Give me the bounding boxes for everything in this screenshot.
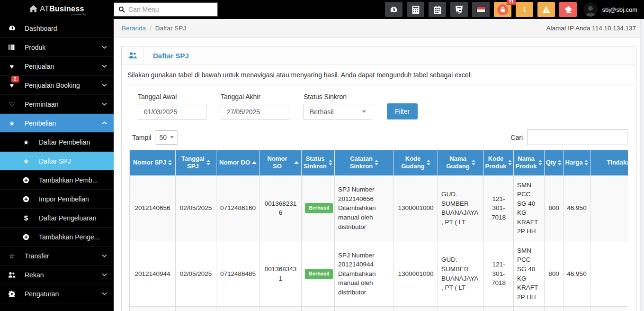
sort-asc-icon [294,161,299,164]
sidebar-item-penjualan-booking[interactable]: 2 Penjualan Booking [0,76,114,95]
cell-harga [564,307,590,311]
cell-harga: 46.950 [564,175,590,241]
show-entries-select[interactable]: 50 [155,130,178,145]
sidebar-item-partial[interactable] [0,303,114,311]
col-catatan-sinkron[interactable]: Catatan Sinkron [335,150,394,176]
css3-shield-icon [456,6,463,14]
col-nomor-spj[interactable]: Nomor SPJ [130,150,176,176]
sidebar-item-permintaan[interactable]: Permintaan [0,95,114,114]
notifications-button[interactable]: 21 [494,2,511,17]
cell-nomor-spj [130,307,176,311]
tanggal-akhir-input[interactable] [221,104,289,119]
sidebar-item-daftar-spj[interactable]: Daftar SPJ [0,152,114,171]
calendar-button[interactable] [429,2,446,17]
tanggal-awal-input[interactable] [138,104,206,119]
breadcrumb-separator: / [150,25,152,32]
table-row: 2012140944 02/05/2025 0712486485 0013683… [130,241,628,306]
cell-nama-gudang: GUD. SUMBER BUANAJAYA, PT ( LT [438,307,484,311]
status-badge: Berhasil [305,269,333,279]
eraser-icon [564,6,572,13]
barcode-icon [7,44,17,50]
col-nomor-so[interactable]: Nomor SO [260,150,302,176]
cell-catatan: SPJ Number 2012140944 Ditambahkan manual… [335,241,394,306]
tanggal-awal-label: Tanggal Awal [138,93,206,101]
sidebar-item-daftar-pengeluaran[interactable]: Daftar Pengeluaran [0,209,114,228]
sort-icon [538,160,542,165]
table-search-input[interactable] [527,129,627,145]
status-sinkron-select[interactable]: Berhasil [304,104,372,119]
heart-outline-icon [7,101,17,108]
col-status-sinkron[interactable]: Status Sinkron [302,150,335,176]
table-header-row: Nomor SPJ Tanggal SPJ Nomor DO Nomor SO … [130,150,628,176]
col-harga[interactable]: Harga [564,150,590,176]
app-logo[interactable]: ATBusiness powered by [0,4,114,16]
cell-nama-gudang: GUD. SUMBER BUANAJAYA, PT ( LT [438,175,484,241]
table-search-label: Cari [510,134,523,141]
col-nomor-do[interactable]: Nomor DO [216,150,260,176]
col-qty[interactable]: Qty [545,150,564,176]
col-tindakan[interactable]: Tindakan [590,150,628,176]
heart-icon: 2 [7,82,17,89]
sort-icon [329,160,332,165]
table-controls: Tampil 50 Cari [122,123,636,150]
filter-button[interactable]: Filter [387,103,418,119]
col-nama-produk[interactable]: Nama Produk [514,150,545,176]
cell-nomor-do: 0712486160 [216,175,260,241]
css3-button[interactable] [450,2,468,17]
cell-tanggal-spj: 02/05/2025 [176,307,216,311]
home-icon [29,5,37,12]
count-badge: 2 [11,76,19,82]
warning-button[interactable] [537,2,555,17]
cell-tanggal-spj: 02/05/2025 [176,241,216,306]
sidebar-item-impor-pembelian[interactable]: Impor Pembelian [0,190,114,209]
col-kode-produk[interactable]: Kode Produk [484,150,514,176]
sidebar-item-penjualan[interactable]: Penjualan [0,57,114,76]
top-navbar: ATBusiness powered by 21 [0,0,644,19]
cell-catatan: SPJ Number 2012140656 Ditambahkan manual… [335,175,394,241]
sort-icon [206,160,210,165]
sidebar-item-rekan[interactable]: Rekan [0,265,114,284]
user-avatar[interactable] [583,2,598,17]
chevron-down-icon [102,254,107,257]
cell-status: Berhasil [302,241,335,306]
sort-icon [558,160,562,165]
cell-tindakan [590,307,628,311]
indonesia-flag-icon [476,7,485,13]
gear-icon [7,291,17,297]
calculator-icon [412,6,420,14]
sidebar-item-transfer[interactable]: Transfer [0,247,114,265]
col-tanggal-spj[interactable]: Tanggal SPJ [176,150,216,176]
sort-icon [168,160,172,165]
flag-button[interactable] [472,2,490,17]
col-nama-gudang[interactable]: Nama Gudang [438,150,484,176]
chevron-down-icon [102,83,107,87]
gauge-button[interactable] [385,2,402,17]
star-icon [21,157,31,165]
gauge-icon [390,6,398,14]
sidebar-item-tambahkan-pembelian[interactable]: Tambahkan Pemb... [0,171,114,190]
caret-down-icon [362,110,366,113]
menu-search-input[interactable] [128,6,213,13]
user-email[interactable]: sbj@sbj.com [602,6,637,13]
sidebar-item-tambahkan-pengeluaran[interactable]: Tambahkan Penge... [0,228,114,247]
sidebar-item-produk[interactable]: Produk [0,38,114,57]
breadcrumb-home-link[interactable]: Beranda [122,25,146,32]
page-scrollbar[interactable] [640,19,644,311]
cell-kode-produk: 121-301-7018 [484,241,514,306]
users-icon [7,272,17,278]
cell-qty: 800 [545,175,564,241]
heart-icon [7,63,17,70]
sidebar-item-daftar-pembelian[interactable]: Daftar Pembelian [0,133,114,152]
sidebar-item-pembelian[interactable]: Pembelian [0,114,114,133]
cell-kode-produk: 121-301-7018 [484,175,514,241]
table-row: 2012140656 02/05/2025 0712486160 0013682… [130,175,628,241]
sidebar-item-pengaturan[interactable]: Pengaturan [0,284,114,303]
clear-button[interactable] [559,2,577,17]
sidebar-item-dashboard[interactable]: Dashboard [0,19,114,38]
page-title: Daftar SPJ [144,46,198,64]
info-button[interactable] [516,2,533,17]
notification-count-badge: 21 [507,0,516,5]
calculator-button[interactable] [407,2,424,17]
col-kode-gudang[interactable]: Kode Gudang [394,150,438,176]
table-row: 02/05/2025 Berhasil GUD. SUMBER BUANAJAY… [130,307,628,311]
